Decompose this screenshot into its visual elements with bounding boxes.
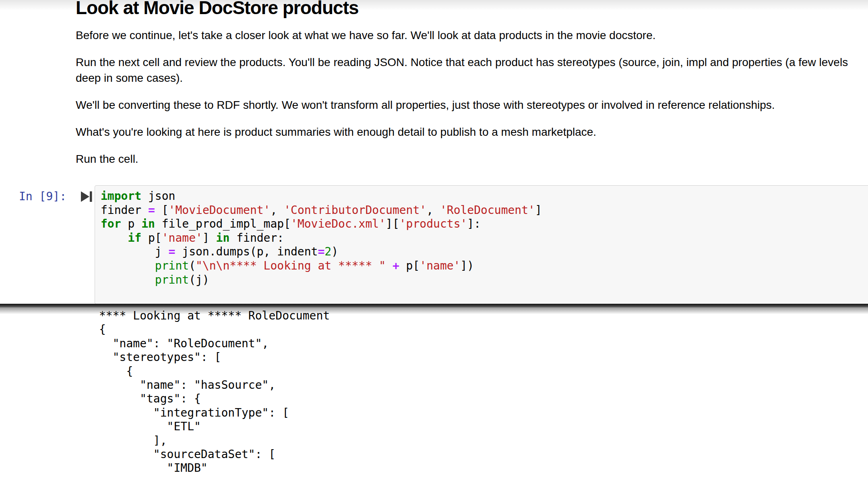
code-line[interactable]: j = json.dumps(p, indent=2) [101, 245, 868, 259]
output-text: **** Looking at ***** RoleDocument { "na… [99, 309, 868, 477]
markdown-paragraph: Run the cell. [76, 151, 862, 167]
markdown-paragraph: What's you're looking at here is product… [76, 124, 862, 140]
markdown-paragraph: We'll be converting these to RDF shortly… [76, 97, 862, 113]
code-line[interactable]: for p in file_prod_impl_map['MovieDoc.xm… [101, 217, 868, 231]
input-prompt: In [9]: [19, 190, 66, 204]
code-editor[interactable]: import jsonfinder = ['MovieDocument', 'C… [95, 185, 868, 304]
markdown-paragraph: Before we continue, let's take a closer … [76, 27, 862, 43]
markdown-paragraph: Run the next cell and review the product… [76, 54, 862, 86]
code-line[interactable]: import json [101, 189, 868, 203]
cell-output: **** Looking at ***** RoleDocument { "na… [99, 306, 868, 477]
run-cell-icon[interactable] [80, 190, 93, 203]
markdown-cell: Look at Movie DocStore products Before w… [76, 0, 862, 178]
code-line[interactable]: print(j) [101, 273, 868, 287]
code-cell: In [9]: import jsonfinder = ['MovieDocum… [0, 185, 868, 305]
page-title: Look at Movie DocStore products [76, 0, 862, 19]
code-line[interactable]: if p['name'] in finder: [101, 231, 868, 245]
code-editor-pre[interactable]: import jsonfinder = ['MovieDocument', 'C… [95, 186, 868, 287]
code-line[interactable]: print("\n\n**** Looking at ***** " + p['… [101, 259, 868, 273]
code-line[interactable]: finder = ['MovieDocument', 'ContributorD… [101, 203, 868, 218]
